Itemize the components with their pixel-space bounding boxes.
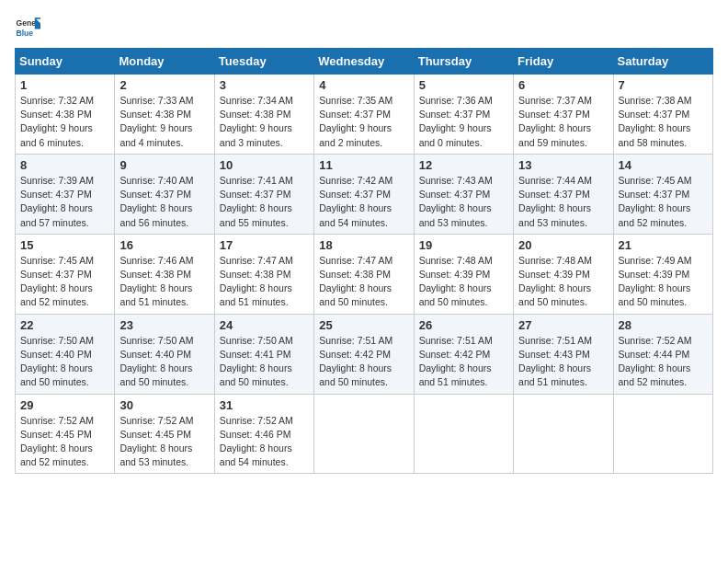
cell-line: and 50 minutes.	[319, 295, 408, 309]
day-number: 24	[220, 318, 309, 332]
cell-line: Sunset: 4:42 PM	[419, 348, 508, 362]
calendar-cell: 25Sunrise: 7:51 AMSunset: 4:42 PMDayligh…	[314, 314, 414, 394]
cell-line: Sunrise: 7:52 AM	[20, 414, 109, 428]
cell-line: and 3 minutes.	[220, 136, 309, 150]
cell-line: and 50 minutes.	[20, 375, 109, 389]
cell-line: Daylight: 8 hours	[518, 201, 608, 215]
cell-line: Sunset: 4:37 PM	[319, 188, 408, 201]
cell-line: Sunset: 4:38 PM	[319, 268, 408, 282]
cell-line: Daylight: 8 hours	[619, 201, 708, 215]
calendar-cell: 16Sunrise: 7:46 AMSunset: 4:38 PMDayligh…	[115, 234, 214, 314]
cell-line: Sunset: 4:40 PM	[20, 348, 109, 362]
cell-line: Sunrise: 7:51 AM	[518, 334, 608, 348]
cell-details: Sunrise: 7:43 AMSunset: 4:37 PMDaylight:…	[419, 174, 508, 230]
cell-line: and 54 minutes.	[220, 455, 309, 469]
cell-line: Sunrise: 7:43 AM	[419, 174, 508, 188]
cell-line: and 50 minutes.	[220, 375, 309, 389]
calendar-cell: 23Sunrise: 7:50 AMSunset: 4:40 PMDayligh…	[115, 314, 214, 394]
cell-line: and 50 minutes.	[419, 295, 508, 309]
cell-details: Sunrise: 7:52 AMSunset: 4:45 PMDaylight:…	[20, 414, 109, 470]
day-number: 17	[220, 238, 309, 252]
day-number: 25	[319, 318, 408, 332]
day-number: 11	[319, 158, 408, 172]
calendar-cell: 10Sunrise: 7:41 AMSunset: 4:37 PMDayligh…	[214, 154, 313, 234]
calendar-cell: 14Sunrise: 7:45 AMSunset: 4:37 PMDayligh…	[613, 154, 712, 234]
cell-line: Sunset: 4:42 PM	[319, 348, 408, 362]
col-header-saturday: Saturday	[613, 49, 712, 75]
day-number: 27	[518, 318, 608, 332]
cell-line: and 52 minutes.	[619, 216, 708, 230]
cell-line: Sunrise: 7:47 AM	[319, 254, 408, 268]
cell-line: and 50 minutes.	[518, 295, 608, 309]
cell-details: Sunrise: 7:39 AMSunset: 4:37 PMDaylight:…	[20, 174, 109, 230]
day-number: 28	[619, 318, 708, 332]
cell-line: Sunset: 4:38 PM	[220, 268, 309, 282]
cell-line: Sunset: 4:43 PM	[518, 348, 608, 362]
cell-details: Sunrise: 7:38 AMSunset: 4:37 PMDaylight:…	[619, 94, 708, 150]
day-number: 5	[419, 78, 508, 92]
cell-line: and 2 minutes.	[319, 136, 408, 150]
cell-line: Sunrise: 7:38 AM	[619, 94, 708, 108]
day-number: 26	[419, 318, 508, 332]
cell-details: Sunrise: 7:40 AMSunset: 4:37 PMDaylight:…	[119, 174, 209, 230]
cell-line: Sunset: 4:41 PM	[220, 348, 309, 362]
cell-line: Sunrise: 7:50 AM	[20, 334, 109, 348]
cell-line: and 51 minutes.	[220, 295, 309, 309]
calendar-cell: 13Sunrise: 7:44 AMSunset: 4:37 PMDayligh…	[514, 154, 613, 234]
day-number: 30	[119, 398, 209, 412]
cell-line: and 59 minutes.	[518, 136, 608, 150]
cell-details: Sunrise: 7:46 AMSunset: 4:38 PMDaylight:…	[119, 254, 209, 310]
cell-line: Sunrise: 7:41 AM	[220, 174, 309, 188]
cell-details: Sunrise: 7:50 AMSunset: 4:41 PMDaylight:…	[220, 334, 309, 390]
cell-details: Sunrise: 7:52 AMSunset: 4:45 PMDaylight:…	[119, 414, 209, 470]
cell-line: Daylight: 8 hours	[119, 282, 209, 295]
cell-line: Daylight: 8 hours	[119, 362, 209, 375]
cell-line: Sunset: 4:37 PM	[419, 108, 508, 121]
cell-line: Sunrise: 7:45 AM	[619, 174, 708, 188]
cell-line: Daylight: 8 hours	[619, 362, 708, 375]
cell-details: Sunrise: 7:32 AMSunset: 4:38 PMDaylight:…	[20, 94, 109, 150]
cell-details: Sunrise: 7:45 AMSunset: 4:37 PMDaylight:…	[20, 254, 109, 310]
cell-line: Daylight: 9 hours	[119, 121, 209, 135]
day-number: 23	[119, 318, 209, 332]
cell-details: Sunrise: 7:34 AMSunset: 4:38 PMDaylight:…	[220, 94, 309, 150]
cell-details: Sunrise: 7:36 AMSunset: 4:37 PMDaylight:…	[419, 94, 508, 150]
cell-line: and 52 minutes.	[619, 375, 708, 389]
cell-line: and 4 minutes.	[119, 136, 209, 150]
cell-details: Sunrise: 7:50 AMSunset: 4:40 PMDaylight:…	[119, 334, 209, 390]
cell-line: Daylight: 8 hours	[518, 362, 608, 375]
day-number: 4	[319, 78, 408, 92]
cell-line: Daylight: 8 hours	[119, 442, 209, 455]
col-header-sunday: Sunday	[16, 49, 115, 75]
cell-line: Sunrise: 7:39 AM	[20, 174, 109, 188]
cell-line: Sunrise: 7:52 AM	[119, 414, 209, 428]
cell-line: Sunrise: 7:35 AM	[319, 94, 408, 108]
calendar-cell: 21Sunrise: 7:49 AMSunset: 4:39 PMDayligh…	[613, 234, 712, 314]
calendar-cell: 5Sunrise: 7:36 AMSunset: 4:37 PMDaylight…	[414, 75, 513, 155]
day-number: 20	[518, 238, 608, 252]
week-row: 22Sunrise: 7:50 AMSunset: 4:40 PMDayligh…	[16, 314, 713, 394]
day-number: 3	[220, 78, 309, 92]
cell-line: Daylight: 8 hours	[419, 201, 508, 215]
cell-line: Sunrise: 7:50 AM	[119, 334, 209, 348]
cell-line: and 56 minutes.	[119, 216, 209, 230]
cell-line: Sunrise: 7:48 AM	[419, 254, 508, 268]
cell-line: Daylight: 9 hours	[419, 121, 508, 135]
cell-details: Sunrise: 7:44 AMSunset: 4:37 PMDaylight:…	[518, 174, 608, 230]
cell-line: Sunset: 4:39 PM	[619, 268, 708, 282]
col-header-thursday: Thursday	[414, 49, 513, 75]
week-row: 15Sunrise: 7:45 AMSunset: 4:37 PMDayligh…	[16, 234, 713, 314]
calendar-cell: 17Sunrise: 7:47 AMSunset: 4:38 PMDayligh…	[214, 234, 313, 314]
day-number: 10	[220, 158, 309, 172]
cell-line: Daylight: 8 hours	[20, 201, 109, 215]
cell-details: Sunrise: 7:51 AMSunset: 4:43 PMDaylight:…	[518, 334, 608, 390]
cell-details: Sunrise: 7:37 AMSunset: 4:37 PMDaylight:…	[518, 94, 608, 150]
cell-line: Daylight: 9 hours	[20, 121, 109, 135]
cell-details: Sunrise: 7:48 AMSunset: 4:39 PMDaylight:…	[518, 254, 608, 310]
calendar-cell: 6Sunrise: 7:37 AMSunset: 4:37 PMDaylight…	[514, 75, 613, 155]
cell-line: Sunset: 4:37 PM	[619, 108, 708, 121]
calendar-cell: 22Sunrise: 7:50 AMSunset: 4:40 PMDayligh…	[16, 314, 115, 394]
day-number: 1	[20, 78, 109, 92]
day-number: 21	[619, 238, 708, 252]
cell-line: Sunset: 4:37 PM	[518, 108, 608, 121]
